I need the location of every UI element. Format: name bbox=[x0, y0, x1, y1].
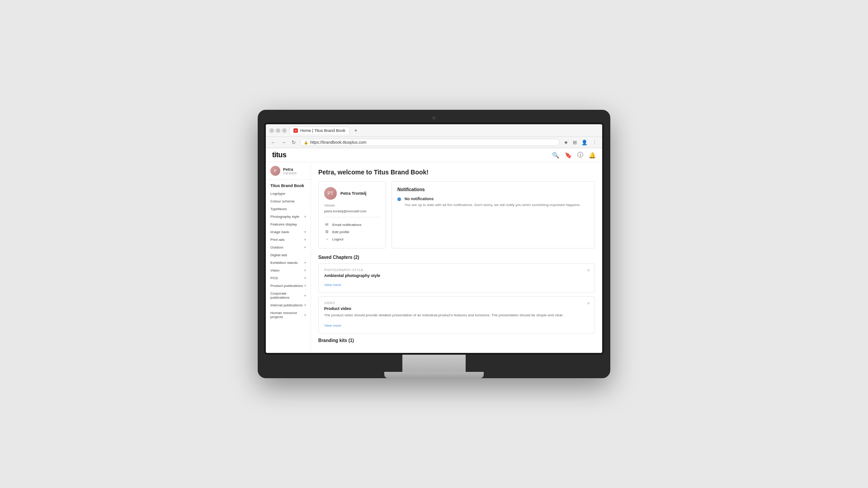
notification-content: No notifications You are up to date with… bbox=[405, 197, 580, 207]
extensions-icon[interactable]: ⊞ bbox=[571, 139, 578, 146]
app-main: P Petra VIEWER Titus Brand Book Logotype… bbox=[266, 162, 602, 352]
no-notif-text: You are up to date with all the notifica… bbox=[405, 202, 580, 207]
profile-menu-icon: → bbox=[324, 237, 330, 241]
profile-icon[interactable]: 👤 bbox=[580, 139, 589, 146]
minimize-btn[interactable] bbox=[276, 128, 280, 133]
monitor-shell: + Home | Titus Brand Book + ← → ↻ 🔒 http… bbox=[258, 110, 610, 378]
browser-tab-active[interactable]: + Home | Titus Brand Book bbox=[289, 127, 349, 134]
user-name: Petra bbox=[283, 167, 297, 172]
profile-menu-label: Edit profile bbox=[332, 230, 349, 234]
chevron-down-icon: ▾ bbox=[304, 276, 306, 280]
sidebar-item[interactable]: Outdoor▾ bbox=[266, 244, 311, 251]
sidebar-item[interactable]: Print ads▾ bbox=[266, 236, 311, 244]
sidebar-item[interactable]: Colour scheme bbox=[266, 197, 311, 205]
sidebar-item-label: Print ads bbox=[270, 238, 285, 242]
chevron-down-icon: ▾ bbox=[304, 245, 306, 249]
branding-kits-heading: Branding kits (1) bbox=[318, 338, 595, 343]
sidebar-item-label: POS bbox=[270, 276, 278, 280]
chapter-desc: The product video should provide detaile… bbox=[324, 313, 589, 318]
chapter-card: ×VIDEOProduct videoThe product video sho… bbox=[318, 296, 595, 333]
browser-titlebar: + Home | Titus Brand Book + bbox=[266, 124, 602, 137]
new-tab-button[interactable]: + bbox=[352, 127, 359, 134]
profile-name-block: Petra Trontelj bbox=[340, 191, 367, 196]
no-notifications-block: No notifications You are up to date with… bbox=[397, 197, 589, 207]
sidebar-item[interactable]: Product publications▾ bbox=[266, 282, 311, 290]
profile-email: petra.trontelj@innovatif.com bbox=[324, 209, 380, 217]
profile-menu-icon: ✉ bbox=[324, 222, 330, 227]
sidebar-item-label: Exhibition stands bbox=[270, 261, 297, 265]
chevron-down-icon: ▾ bbox=[304, 303, 306, 307]
sidebar-item[interactable]: Photography style▾ bbox=[266, 213, 311, 221]
chapter-type: PHOTOGRAPHY STYLE bbox=[324, 268, 589, 272]
sidebar-item[interactable]: POS▾ bbox=[266, 274, 311, 282]
profile-menu-item[interactable]: ⚙Edit profile bbox=[324, 228, 380, 235]
search-icon[interactable]: 🔍 bbox=[552, 152, 559, 159]
user-role: VIEWER bbox=[283, 172, 297, 175]
profile-menu: ✉Email notifications⚙Edit profile→Logout bbox=[324, 221, 380, 243]
url-text: https://brandbook.titusplus.com bbox=[310, 140, 367, 145]
app-wrapper: titus 🔍 🔖 ⓘ 🔔 P Pe bbox=[266, 148, 602, 352]
monitor-stand-base bbox=[384, 372, 484, 378]
chevron-down-icon: ▾ bbox=[304, 215, 306, 219]
profile-menu-label: Email notifications bbox=[332, 223, 361, 227]
view-more-link[interactable]: View more bbox=[324, 283, 341, 287]
view-more-link[interactable]: View more bbox=[324, 324, 341, 328]
menu-icon[interactable]: ⋮ bbox=[591, 139, 599, 146]
top-row: PT Petra Trontelj Viewer petra.trontelj@… bbox=[318, 181, 595, 249]
tab-title: Home | Titus Brand Book bbox=[300, 128, 345, 133]
chevron-down-icon: ▾ bbox=[304, 230, 306, 234]
sidebar-item[interactable]: Corporate publications▾ bbox=[266, 290, 311, 301]
profile-menu-item[interactable]: ✉Email notifications bbox=[324, 221, 380, 228]
lock-icon: 🔒 bbox=[304, 141, 308, 145]
bookmark-icon[interactable]: 🔖 bbox=[565, 152, 572, 159]
sidebar-item-label: Logotype bbox=[270, 192, 285, 196]
help-icon[interactable]: ⓘ bbox=[577, 151, 583, 159]
profile-card: PT Petra Trontelj Viewer petra.trontelj@… bbox=[318, 181, 386, 249]
sidebar-item[interactable]: Logotype bbox=[266, 190, 311, 197]
chapter-title: Ambiental photography style bbox=[324, 273, 589, 278]
chevron-down-icon: ▾ bbox=[304, 238, 306, 242]
url-bar[interactable]: 🔒 https://brandbook.titusplus.com bbox=[300, 139, 560, 146]
sidebar-item[interactable]: Video▾ bbox=[266, 267, 311, 274]
sidebar-item-label: Video bbox=[270, 268, 279, 272]
main-content: Petra, welcome to Titus Brand Book! PT P… bbox=[311, 162, 602, 352]
sidebar-item[interactable]: Human resource projects▾ bbox=[266, 309, 311, 321]
chapter-card: ×PHOTOGRAPHY STYLEAmbiental photography … bbox=[318, 263, 595, 293]
sidebar-items-container: LogotypeColour schemeTypefacesPhotograph… bbox=[266, 190, 311, 321]
camera bbox=[432, 116, 436, 120]
profile-header: PT Petra Trontelj bbox=[324, 187, 380, 200]
chevron-down-icon: ▾ bbox=[304, 268, 306, 272]
back-button[interactable]: ← bbox=[269, 139, 277, 145]
forward-button[interactable]: → bbox=[280, 139, 288, 145]
sidebar-item[interactable]: Internal publications▾ bbox=[266, 301, 311, 309]
sidebar-item[interactable]: Features display bbox=[266, 221, 311, 228]
maximize-btn[interactable] bbox=[282, 128, 287, 133]
browser-action-buttons: ★ ⊞ 👤 ⋮ bbox=[562, 139, 599, 146]
sidebar-item[interactable]: Digital ads bbox=[266, 251, 311, 259]
chevron-down-icon: ▾ bbox=[304, 261, 306, 265]
sidebar-item[interactable]: Image bank▾ bbox=[266, 228, 311, 236]
close-btn[interactable] bbox=[269, 128, 274, 133]
chevron-down-icon: ▾ bbox=[304, 284, 306, 288]
tab-favicon: + bbox=[293, 128, 298, 133]
bookmarks-icon[interactable]: ★ bbox=[562, 139, 570, 146]
close-icon[interactable]: × bbox=[587, 300, 590, 306]
no-notif-heading: No notifications bbox=[405, 197, 580, 201]
chapters-container: ×PHOTOGRAPHY STYLEAmbiental photography … bbox=[318, 263, 595, 333]
sidebar-item-label: Human resource projects bbox=[270, 311, 304, 319]
sidebar-user[interactable]: P Petra VIEWER bbox=[266, 162, 311, 180]
notification-dot bbox=[397, 197, 401, 201]
sidebar-item-label: Typefaces bbox=[270, 207, 287, 211]
chevron-down-icon: ▾ bbox=[304, 313, 306, 317]
close-icon[interactable]: × bbox=[587, 267, 590, 273]
reload-button[interactable]: ↻ bbox=[290, 139, 297, 146]
notifications-card: Notifications No notifications You are u… bbox=[392, 181, 595, 249]
sidebar-item[interactable]: Typefaces bbox=[266, 205, 311, 213]
bell-icon[interactable]: 🔔 bbox=[589, 152, 596, 159]
chapter-title: Product video bbox=[324, 306, 589, 311]
header-actions: 🔍 🔖 ⓘ 🔔 bbox=[552, 151, 596, 159]
profile-menu-item[interactable]: →Logout bbox=[324, 235, 380, 243]
sidebar-item[interactable]: Exhibition stands▾ bbox=[266, 259, 311, 267]
profile-menu-label: Logout bbox=[332, 237, 343, 241]
avatar: P bbox=[270, 166, 280, 176]
